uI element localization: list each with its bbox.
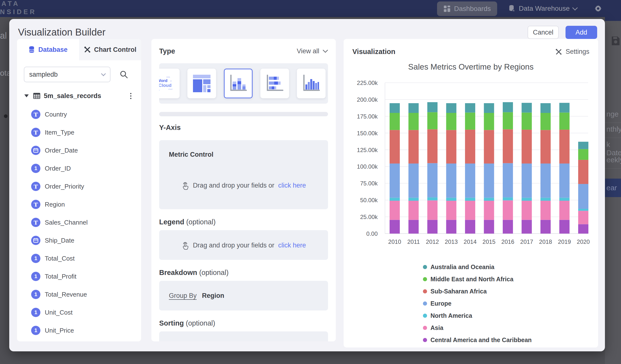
x-axis-label: 2014 — [464, 239, 476, 245]
metric-control-dropzone[interactable]: Metric Control Drag and drop your fields… — [159, 140, 328, 209]
backdrop-text-fragment: al — [0, 31, 7, 41]
settings-button[interactable]: Settings — [555, 48, 589, 55]
x-axis-label: 2020 — [577, 239, 590, 245]
legend-item[interactable]: Middle East and North Africa — [423, 273, 532, 285]
tab-chart-control-label: Chart Control — [94, 46, 137, 53]
sorting-direction[interactable]: Ascending — [210, 340, 241, 342]
backdrop-bullet — [4, 114, 8, 118]
metric-control-title: Metric Control — [169, 151, 213, 158]
chart-type-word-cloud[interactable]: WordClouddatavizchartbiai — [159, 69, 180, 98]
field-label: Order_Priority — [45, 183, 84, 190]
legend-label: Asia — [431, 324, 443, 331]
bar-segment — [427, 129, 437, 163]
backdrop-menu-item-selected: ear — [605, 179, 621, 197]
chart-type-stacked-column[interactable] — [224, 69, 253, 98]
chart-type-stacked-bar[interactable] — [260, 69, 289, 98]
field-item-country[interactable]: TCountry — [31, 109, 67, 120]
bar-segment — [390, 113, 400, 130]
field-item-unit_cost[interactable]: 1Unit_Cost — [31, 307, 72, 318]
text-field-icon: T — [31, 200, 40, 209]
field-label: Unit_Price — [45, 327, 74, 334]
chart-type-list: WordClouddatavizchartbiai — [159, 63, 328, 104]
search-icon[interactable] — [119, 70, 128, 79]
nav-data-warehouse[interactable]: Data Warehouse — [509, 0, 577, 17]
bar-segment — [578, 149, 588, 160]
stacked-bar-chart[interactable]: 0.0025.00k50.00k75.00k100.00k125.00k150.… — [348, 75, 594, 256]
top-navbar: ATA NSIDER Dashboards Data Warehouse Set… — [0, 0, 621, 17]
field-item-order_date[interactable]: Order_Date — [31, 145, 78, 156]
bar-segment — [427, 220, 437, 234]
bar-segment — [446, 220, 456, 234]
field-label: Item_Type — [45, 129, 74, 136]
screen: ATA NSIDER Dashboards Data Warehouse Set… — [0, 0, 621, 364]
app-logo: ATA — [1, 0, 20, 8]
visualization-panel: Visualization Settings Sales Metrics Ove… — [344, 39, 598, 347]
legend-item[interactable]: Asia — [423, 322, 532, 334]
field-item-order_priority[interactable]: TOrder_Priority — [31, 181, 84, 192]
breakdown-dropzone[interactable]: Group By Region — [159, 281, 328, 311]
sorting-dropzone[interactable]: Data Range Ascending — [159, 331, 328, 341]
chart-type-treemap[interactable] — [187, 69, 216, 98]
chart-type-column-chart[interactable] — [297, 69, 326, 98]
bar-segment — [409, 113, 419, 130]
field-item-order_id[interactable]: 1Order_ID — [31, 163, 71, 174]
bar-segment — [390, 103, 400, 113]
caret-down-icon[interactable] — [24, 94, 29, 97]
x-axis-label: 2016 — [501, 239, 514, 245]
field-item-unit_price[interactable]: 1Unit_Price — [31, 325, 74, 336]
y-axis-tick: 225.00k — [357, 80, 378, 86]
bar-segment — [578, 209, 588, 211]
field-item-total_cost[interactable]: 1Total_Cost — [31, 253, 75, 264]
bar-segment — [503, 220, 513, 234]
text-field-icon: T — [31, 182, 40, 191]
horizontal-scrollbar[interactable] — [159, 112, 328, 116]
legend-item[interactable]: Europe — [423, 297, 532, 310]
click-here-link[interactable]: click here — [278, 242, 306, 249]
y-axis-tick: 150.00k — [357, 130, 378, 137]
legend-item[interactable]: Central America and the Caribbean — [423, 334, 532, 346]
group-by-value[interactable]: Region — [202, 292, 224, 299]
x-axis-label: 2018 — [539, 239, 552, 245]
database-select[interactable]: sampledb — [24, 67, 110, 82]
bar-segment — [503, 197, 513, 200]
bar-segment — [427, 102, 437, 112]
legend-item[interactable]: Australia and Oceania — [423, 261, 532, 273]
cancel-button[interactable]: Cancel — [528, 26, 559, 39]
database-icon — [29, 46, 35, 53]
legend-label: Europe — [431, 300, 451, 307]
group-by-link[interactable]: Group By — [169, 292, 197, 299]
kebab-menu-icon[interactable] — [128, 92, 134, 100]
field-item-ship_date[interactable]: Ship_Date — [31, 235, 74, 246]
bar-segment — [559, 201, 570, 220]
bar-segment — [446, 103, 456, 113]
tools-icon — [84, 46, 91, 53]
field-item-total_revenue[interactable]: 1Total_Revenue — [31, 289, 87, 300]
y-axis-tick: 50.00k — [360, 197, 378, 203]
field-item-item_type[interactable]: TItem_Type — [31, 127, 74, 138]
bar-segment — [540, 163, 551, 198]
bar-segment — [409, 103, 419, 113]
bar-segment — [540, 113, 551, 130]
svg-text:bi: bi — [159, 89, 159, 91]
x-axis-label: 2017 — [520, 239, 533, 245]
tab-chart-control[interactable]: Chart Control — [79, 39, 141, 60]
tab-database[interactable]: Database — [17, 39, 79, 60]
field-label: Total_Revenue — [45, 291, 87, 298]
legend-dropzone[interactable]: Drag and drop your fields or click here — [159, 230, 328, 260]
database-panel: Database Chart Control sampledb — [17, 39, 141, 341]
bar-segment — [540, 130, 551, 163]
field-item-region[interactable]: TRegion — [31, 199, 65, 210]
legend-item[interactable]: Sub-Saharan Africa — [423, 285, 532, 297]
nav-dashboards[interactable]: Dashboards — [437, 1, 497, 16]
add-button[interactable]: Add — [566, 26, 597, 39]
field-item-sales_channel[interactable]: TSales_Channel — [31, 217, 87, 228]
bar-segment — [522, 201, 532, 220]
table-tree-header[interactable]: 5m_sales_records — [24, 90, 134, 101]
view-all-button[interactable]: View all — [297, 48, 328, 55]
sorting-field[interactable]: Data Range — [169, 340, 205, 342]
field-item-total_profit[interactable]: 1Total_Profit — [31, 271, 76, 282]
legend-item[interactable]: North America — [423, 310, 532, 322]
database-icon — [509, 5, 515, 12]
field-label: Order_Date — [45, 147, 78, 154]
click-here-link[interactable]: click here — [278, 182, 306, 189]
